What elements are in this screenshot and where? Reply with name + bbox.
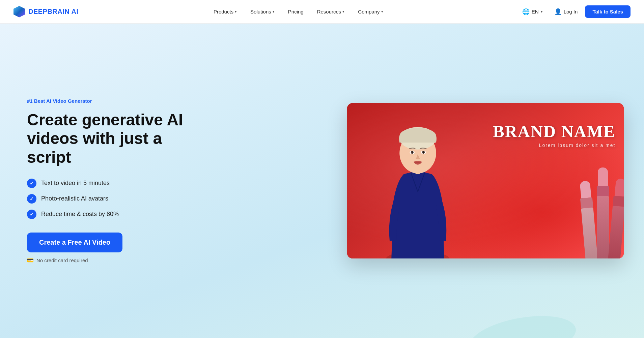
create-free-video-button[interactable]: Create a Free AI Video <box>27 233 122 252</box>
hero-right: BRAND NAME Lorem ipsum dolor sit a met <box>347 103 624 258</box>
globe-icon: 🌐 <box>522 8 530 16</box>
check-icon-2: ✓ <box>27 194 36 204</box>
nav-company[interactable]: Company ▾ <box>353 6 388 17</box>
language-selector[interactable]: 🌐 EN ▾ <box>518 5 547 18</box>
logo-text-main: DEEPBRAIN <box>28 8 72 15</box>
nav-right: 🌐 EN ▾ 👤 Log In Talk to Sales <box>518 5 631 18</box>
no-credit-card-notice: 💳 No credit card required <box>27 257 202 264</box>
nav-solutions[interactable]: Solutions ▾ <box>245 6 280 17</box>
talk-to-sales-button[interactable]: Talk to Sales <box>585 5 631 18</box>
hero-badge: #1 Best AI Video Generator <box>27 98 202 104</box>
feature-item-1: ✓ Text to video in 5 minutes <box>27 179 202 188</box>
check-icon-1: ✓ <box>27 179 36 188</box>
hero-section: #1 Best AI Video Generator Create genera… <box>0 24 644 338</box>
logo[interactable]: DEEPBRAIN AI <box>13 6 79 18</box>
nav-links: Products ▾ Solutions ▾ Pricing Resources… <box>208 6 389 17</box>
video-preview[interactable]: BRAND NAME Lorem ipsum dolor sit a met <box>347 103 624 258</box>
chevron-down-icon: ▾ <box>273 9 275 14</box>
credit-card-icon: 💳 <box>27 257 34 264</box>
avatar-area <box>369 111 466 258</box>
hero-title: Create generative AI videos with just a … <box>27 111 202 166</box>
login-button[interactable]: 👤 Log In <box>550 5 583 18</box>
lipsticks-area <box>485 126 624 258</box>
lipstick-3 <box>608 178 624 258</box>
feature-item-3: ✓ Reduce time & costs by 80% <box>27 210 202 219</box>
features-list: ✓ Text to video in 5 minutes ✓ Photo-rea… <box>27 179 202 219</box>
lipstick-2 <box>597 167 609 258</box>
chevron-down-icon: ▾ <box>381 9 383 14</box>
svg-point-6 <box>411 151 413 153</box>
feature-item-2: ✓ Photo-realistic AI avatars <box>27 194 202 204</box>
logo-icon <box>13 6 25 18</box>
user-icon: 👤 <box>554 8 562 16</box>
chevron-down-icon: ▾ <box>541 9 543 14</box>
lipstick-1 <box>579 181 598 258</box>
chevron-down-icon: ▾ <box>235 9 237 14</box>
nav-resources[interactable]: Resources ▾ <box>312 6 350 17</box>
svg-point-9 <box>423 151 424 153</box>
navbar: DEEPBRAIN AI Products ▾ Solutions ▾ Pric… <box>0 0 644 24</box>
check-icon-3: ✓ <box>27 210 36 219</box>
nav-pricing[interactable]: Pricing <box>283 6 309 17</box>
hero-left: #1 Best AI Video Generator Create genera… <box>27 98 202 264</box>
nav-products[interactable]: Products ▾ <box>208 6 242 17</box>
chevron-down-icon: ▾ <box>342 9 344 14</box>
logo-text: DEEPBRAIN AI <box>28 8 79 16</box>
avatar-svg <box>369 111 466 258</box>
